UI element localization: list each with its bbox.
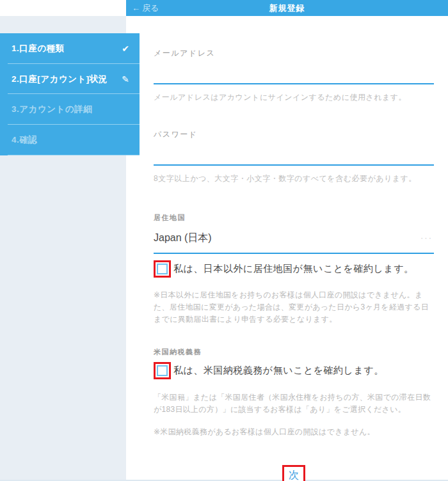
password-field[interactable] [154, 140, 434, 166]
us-tax-label: 米国納税義務 [154, 347, 434, 357]
us-tax-confirm-row: 私は、米国納税義務が無いことを確約します。 [154, 362, 434, 379]
sidebar-item-step4[interactable]: 4.確認 [0, 125, 140, 155]
residence-country-label: 居住地国 [154, 213, 434, 223]
ellipsis-menu-icon[interactable]: ··· [420, 233, 433, 242]
us-tax-note1-text: 「米国籍」または「米国居住者（米国永住権をお持ちの方、米国での滞在日数が183日… [154, 391, 434, 416]
step-navigation: 1.口座の種類 ✔ 2.口座[アカウント]状況 ✎ 3.アカウントの詳細 4.確… [0, 33, 140, 155]
sidebar-item-step3[interactable]: 3.アカウントの詳細 [0, 94, 140, 125]
residence-note-text: ※日本以外に居住地国をお持ちのお客様は個人口座の開設はできません。また、居住地国… [154, 289, 434, 326]
us-tax-note2-text: ※米国納税義務があるお客様は個人口座の開設はできません。 [154, 426, 434, 438]
email-field[interactable] [154, 59, 434, 84]
us-tax-confirm-checkbox[interactable] [157, 365, 168, 376]
residence-country-value: Japan (日本) [154, 232, 212, 243]
sidebar-item-step1[interactable]: 1.口座の種類 ✔ [0, 33, 140, 64]
annotation-red-box: 次 [282, 465, 305, 481]
us-tax-confirm-label: 私は、米国納税義務が無いことを確約します。 [173, 365, 384, 377]
next-button[interactable]: 次 [289, 469, 299, 481]
step4-label: 4.確認 [12, 134, 129, 146]
residence-confirm-row: 私は、日本以外に居住地国が無いことを確約します。 [154, 260, 434, 278]
page-title: 新規登録 [126, 0, 448, 16]
registration-form: メールアドレス メールアドレスはアカウントにサインインするために使用されます。 … [154, 16, 434, 481]
password-label: パスワード [154, 129, 434, 140]
residence-confirm-checkbox[interactable] [157, 264, 168, 274]
annotation-red-box [154, 362, 171, 379]
email-label: メールアドレス [154, 48, 434, 59]
annotation-red-box [154, 260, 171, 278]
pencil-icon: ✎ [122, 74, 129, 84]
residence-confirm-label: 私は、日本以外に居住地国が無いことを確約します。 [173, 263, 414, 275]
header-bar: ←戻る 新規登録 [126, 0, 448, 16]
password-helper-text: 8文字以上かつ、大文字・小文字・数字のすべてを含む必要があります。 [154, 173, 434, 184]
sidebar-item-step2[interactable]: 2.口座[アカウント]状況 ✎ [0, 64, 140, 95]
registration-page: ←戻る 新規登録 1.口座の種類 ✔ 2.口座[アカウント]状況 ✎ 3.アカウ… [0, 0, 448, 481]
step2-label: 2.口座[アカウント]状況 [12, 74, 118, 85]
residence-country-select[interactable]: Japan (日本) ··· [154, 223, 434, 254]
left-rail-top-strip [0, 0, 126, 16]
email-helper-text: メールアドレスはアカウントにサインインするために使用されます。 [154, 92, 434, 103]
step3-label: 3.アカウントの詳細 [12, 104, 129, 115]
step1-label: 1.口座の種類 [12, 43, 118, 54]
next-button-area: 次 [154, 465, 434, 481]
check-icon: ✔ [122, 43, 129, 54]
